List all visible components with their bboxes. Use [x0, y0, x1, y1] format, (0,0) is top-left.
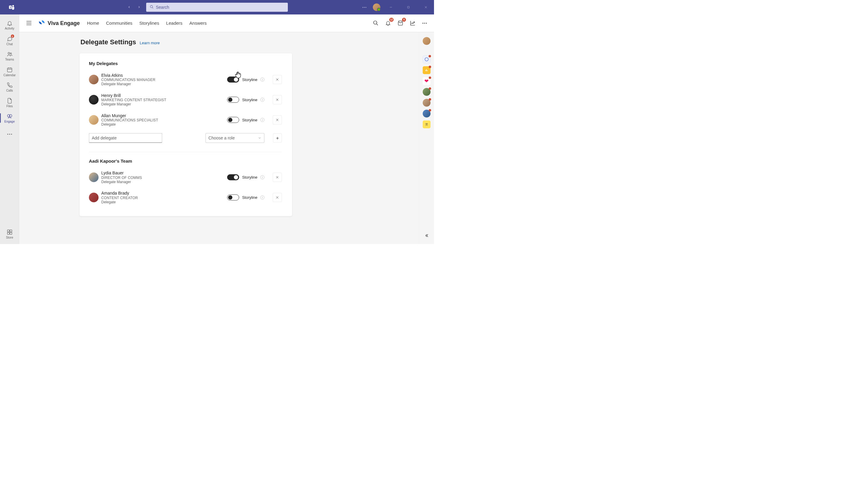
window-close-button[interactable]	[419, 3, 433, 11]
titlebar-nav-arrows	[127, 4, 142, 10]
pinned-avatar[interactable]	[423, 99, 430, 107]
add-delegate-button[interactable]: +	[273, 133, 282, 142]
choose-role-select[interactable]: Choose a role	[206, 133, 264, 143]
inbox-badge: 5	[402, 18, 406, 22]
nav-storylines[interactable]: Storylines	[139, 21, 159, 26]
remove-delegate-button[interactable]	[273, 193, 282, 202]
row-controls: Storyline i	[227, 193, 282, 202]
phone-icon	[6, 82, 13, 89]
rail-item-activity[interactable]: Activity	[0, 18, 19, 33]
svg-point-3	[150, 5, 153, 8]
storyline-toggle[interactable]	[227, 174, 239, 181]
inbox-button[interactable]: 5	[397, 19, 404, 27]
app-header-right: 12 5	[372, 19, 428, 27]
chat-badge: 1	[11, 35, 14, 38]
remove-delegate-button[interactable]	[273, 173, 282, 182]
person-delegate-role: Delegate	[101, 200, 138, 204]
rail-item-teams[interactable]: Teams	[0, 48, 19, 64]
row-controls: Storyline i	[227, 116, 282, 124]
person-info: Allan Munger COMMUNICATIONS SPECIALIST D…	[101, 113, 158, 127]
rail-item-more[interactable]	[0, 126, 19, 140]
delegate-row: Henry Brill MARKETING CONTENT STRATEGIST…	[89, 92, 282, 108]
storyline-toggle[interactable]	[227, 76, 239, 83]
rail-item-engage[interactable]: Engage	[0, 110, 19, 126]
person-delegate-role: Delegate Manager	[101, 82, 156, 86]
person-info: Amanda Brady CONTENT CREATOR Delegate	[101, 191, 138, 204]
notifications-button[interactable]: 12	[384, 19, 392, 27]
pinned-app[interactable]	[423, 56, 430, 63]
info-icon[interactable]: i	[260, 195, 264, 199]
person-name: Amanda Brady	[101, 191, 138, 196]
pinned-app[interactable]	[423, 66, 430, 74]
analytics-button[interactable]	[409, 19, 416, 27]
person-avatar	[89, 75, 98, 84]
learn-more-link[interactable]: Learn more	[140, 41, 160, 45]
global-search-bar[interactable]	[146, 3, 288, 12]
storyline-toggle[interactable]	[227, 195, 239, 201]
collapse-right-rail-button[interactable]	[423, 232, 430, 239]
svg-point-21	[423, 23, 424, 24]
remove-delegate-button[interactable]	[273, 116, 282, 124]
info-icon[interactable]: i	[260, 98, 264, 102]
delegate-row: Lydia Bauer DIRECTOR OF COMMS Delegate M…	[89, 169, 282, 186]
nav-forward-button[interactable]	[136, 4, 142, 10]
svg-point-23	[426, 23, 427, 24]
delegate-row: Allan Munger COMMUNICATIONS SPECIALIST D…	[89, 112, 282, 128]
app-title-group: Viva Engage	[38, 20, 80, 27]
svg-rect-25	[425, 70, 426, 71]
left-app-rail: Activity 1 Chat Teams Calendar Calls Fil…	[0, 14, 19, 244]
people-icon	[6, 51, 13, 58]
remove-delegate-button[interactable]	[273, 95, 282, 104]
person-job-title: COMMUNICATIONS SPECIALIST	[101, 118, 158, 122]
header-more-button[interactable]	[421, 21, 428, 25]
titlebar-more-button[interactable]	[360, 4, 369, 10]
rail-item-calendar[interactable]: Calendar	[0, 64, 19, 79]
storyline-toggle[interactable]	[227, 97, 239, 103]
pinned-avatar[interactable]	[423, 110, 430, 118]
nav-communities[interactable]: Communities	[106, 21, 133, 26]
svg-point-13	[7, 134, 8, 135]
nav-back-button[interactable]	[127, 4, 132, 10]
info-icon[interactable]: i	[260, 118, 264, 122]
rail-item-chat[interactable]: 1 Chat	[0, 33, 19, 48]
svg-point-5	[364, 7, 365, 8]
nav-leaders[interactable]: Leaders	[166, 21, 182, 26]
nav-answers[interactable]: Answers	[189, 21, 207, 26]
chat-icon: 1	[6, 35, 13, 42]
row-controls: Storyline i	[227, 173, 282, 182]
svg-point-14	[9, 134, 10, 135]
storyline-toggle[interactable]	[227, 117, 239, 123]
person-name: Elvia Atkins	[101, 73, 156, 78]
pinned-avatar[interactable]	[423, 88, 430, 96]
search-input[interactable]	[156, 5, 284, 10]
info-icon[interactable]: i	[260, 175, 264, 179]
person-delegate-role: Delegate Manager	[101, 102, 166, 106]
window-minimize-button[interactable]	[384, 3, 398, 11]
titlebar-user-avatar[interactable]	[373, 4, 380, 11]
svg-point-28	[426, 124, 427, 124]
add-delegate-input[interactable]	[89, 133, 162, 143]
info-icon[interactable]: i	[260, 78, 264, 82]
svg-rect-26	[426, 69, 427, 71]
rail-item-calls[interactable]: Calls	[0, 79, 19, 95]
pinned-app[interactable]	[423, 121, 430, 128]
hamburger-menu-button[interactable]	[25, 20, 33, 27]
rail-item-store[interactable]: Store	[0, 227, 19, 241]
app-search-button[interactable]	[372, 19, 379, 27]
bell-icon	[6, 20, 13, 27]
pinned-avatar[interactable]	[423, 37, 430, 45]
window-maximize-button[interactable]	[401, 3, 415, 11]
notifications-badge: 12	[390, 18, 394, 22]
rail-item-files[interactable]: Files	[0, 95, 19, 110]
rail-label: Calls	[6, 89, 13, 93]
person-delegate-role: Delegate	[101, 122, 158, 127]
remove-delegate-button[interactable]	[273, 75, 282, 84]
section-my-delegates-title: My Delegates	[89, 61, 282, 66]
titlebar: T	[0, 0, 434, 14]
storyline-label: Storyline	[242, 175, 257, 180]
app-title: Viva Engage	[48, 20, 80, 27]
pinned-app[interactable]: ❤	[423, 77, 430, 85]
nav-home[interactable]: Home	[87, 21, 99, 26]
person-job-title: DIRECTOR OF COMMS	[101, 175, 142, 180]
page-title: Delegate Settings	[81, 38, 136, 46]
